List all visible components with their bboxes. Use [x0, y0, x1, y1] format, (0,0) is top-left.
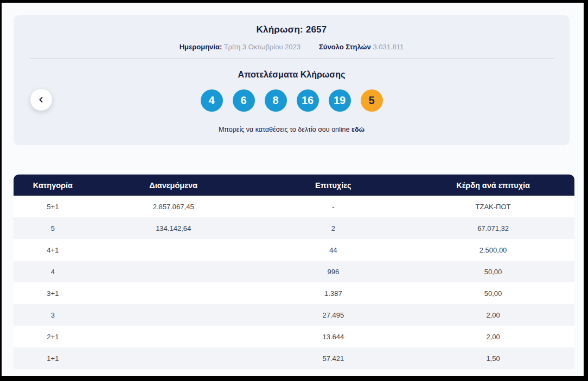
draw-subheader: Ημερομηνία: Τρίτη 3 Οκτωβρίου 2023 Σύνολ…	[14, 43, 570, 51]
table-cell-winners: 13.644	[255, 333, 412, 341]
table-cell-prize: 2,00	[412, 311, 574, 319]
previous-draw-button[interactable]	[30, 89, 52, 111]
drawn-number-ball: 4	[201, 89, 223, 112]
column-header: Επιτυχίες	[255, 181, 412, 190]
prize-table: ΚατηγορίαΔιανεμόμεναΕπιτυχίεςΚέρδη ανά ε…	[14, 175, 574, 369]
column-header: Κέρδη ανά επιτυχία	[412, 181, 574, 190]
table-cell-winners: 996	[255, 268, 412, 276]
table-cell-category: 5+1	[14, 203, 92, 211]
table-cell-category: 4	[14, 268, 92, 276]
draw-date-value: Τρίτη 3 Οκτωβρίου 2023	[224, 43, 301, 51]
table-row: 5+12.857.067,45-ΤΖΑΚ-ΠΟΤ	[14, 196, 574, 217]
table-cell-category: 3	[14, 311, 92, 319]
results-title: Αποτελέσματα Κλήρωσης	[14, 70, 570, 80]
drawn-number-ball: 6	[233, 89, 255, 112]
table-cell-category: 2+1	[14, 333, 92, 341]
table-cell-category: 1+1	[14, 354, 92, 363]
table-cell-distributed: 2.857.067,45	[92, 203, 255, 211]
card-divider	[30, 59, 554, 59]
draw-date: Ημερομηνία: Τρίτη 3 Οκτωβρίου 2023	[180, 43, 301, 51]
table-cell-winners: 1.387	[255, 289, 412, 298]
table-cell-prize: 2.500,00	[412, 246, 574, 254]
table-cell-distributed: 134.142,64	[92, 224, 255, 233]
drawn-number-ball: 19	[329, 89, 351, 112]
table-cell-prize: 1,50	[412, 354, 574, 363]
page-background: Κλήρωση: 2657 Ημερομηνία: Τρίτη 3 Οκτωβρ…	[2, 3, 584, 376]
table-cell-prize: 50,00	[412, 289, 574, 298]
table-cell-winners: 44	[255, 246, 412, 254]
joker-number-ball: 5	[361, 89, 383, 112]
table-row: 3+11.38750,00	[14, 282, 574, 304]
draw-date-label: Ημερομηνία:	[180, 43, 222, 51]
table-cell-category: 3+1	[14, 289, 92, 298]
table-cell-winners: -	[255, 203, 412, 211]
table-row: 1+157.4211,50	[14, 347, 574, 369]
table-row: 5134.142,64267.071,32	[14, 217, 574, 239]
table-cell-winners: 27.495	[255, 311, 412, 319]
total-columns-value: 3.031.811	[373, 43, 404, 51]
total-columns: Σύνολο Στηλών 3.031.811	[319, 43, 404, 51]
table-cell-winners: 2	[255, 224, 412, 233]
table-row: 499650,00	[14, 261, 574, 282]
table-row: 327.4952,00	[14, 304, 574, 326]
drawn-number-ball: 8	[265, 89, 287, 112]
drawn-number-ball: 16	[297, 89, 319, 112]
table-row: 4+1442.500,00	[14, 239, 574, 261]
table-cell-winners: 57.421	[255, 354, 412, 363]
online-note: Μπορείς να καταθέσεις το δελτίο σου onli…	[14, 126, 570, 133]
table-cell-prize: ΤΖΑΚ-ΠΟΤ	[412, 203, 574, 211]
draw-title: Κλήρωση: 2657	[14, 15, 570, 35]
prize-table-body: 5+12.857.067,45-ΤΖΑΚ-ΠΟΤ5134.142,64267.0…	[14, 196, 574, 369]
column-header: Κατηγορία	[14, 181, 92, 190]
table-cell-prize: 67.071,32	[412, 224, 574, 233]
table-cell-prize: 50,00	[412, 268, 574, 276]
screenshot-frame: Κλήρωση: 2657 Ημερομηνία: Τρίτη 3 Οκτωβρ…	[0, 0, 588, 381]
chevron-left-icon	[38, 96, 44, 103]
draw-card: Κλήρωση: 2657 Ημερομηνία: Τρίτη 3 Οκτωβρ…	[14, 15, 570, 145]
table-row: 2+113.6442,00	[14, 326, 574, 347]
online-note-text: Μπορείς να καταθέσεις το δελτίο σου onli…	[219, 126, 350, 133]
table-cell-prize: 2,00	[412, 333, 574, 341]
total-columns-label: Σύνολο Στηλών	[319, 43, 371, 51]
prize-table-header: ΚατηγορίαΔιανεμόμεναΕπιτυχίεςΚέρδη ανά ε…	[14, 175, 574, 196]
drawn-numbers-row: 46816195	[14, 89, 570, 112]
online-note-link[interactable]: εδώ	[351, 126, 365, 133]
table-cell-category: 4+1	[14, 246, 92, 254]
table-cell-category: 5	[14, 224, 92, 233]
column-header: Διανεμόμενα	[92, 181, 255, 190]
